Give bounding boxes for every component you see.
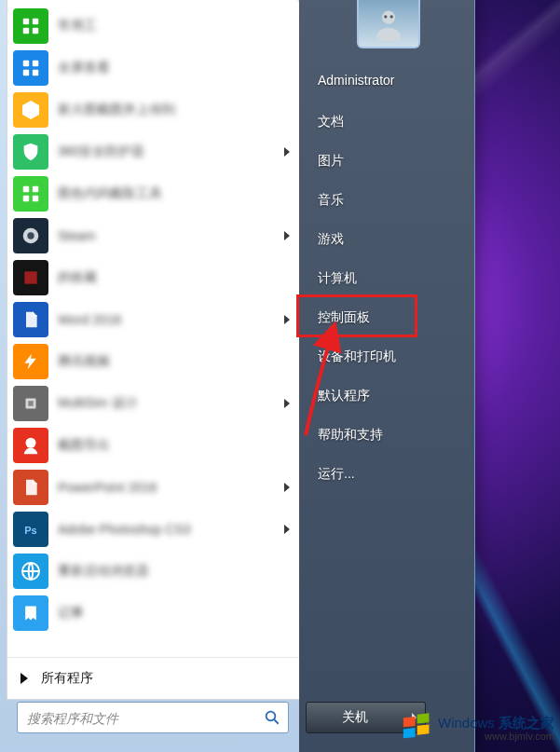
right-pane-item[interactable]: 音乐: [312, 181, 465, 220]
submenu-arrow-icon: [284, 399, 290, 408]
program-icon: [13, 134, 48, 170]
right-pane-item-label: 计算机: [318, 270, 357, 287]
program-label: 图色代码截取工具: [58, 185, 290, 202]
submenu-arrow-icon: [284, 483, 290, 492]
right-pane-item[interactable]: 文档: [312, 103, 465, 142]
right-pane-item[interactable]: 设备和打印机: [312, 337, 465, 376]
program-item[interactable]: PowerPoint 2016: [7, 466, 299, 508]
program-icon: [13, 428, 48, 463]
submenu-arrow-icon: [284, 525, 290, 534]
search-icon[interactable]: [260, 705, 284, 730]
svg-point-24: [382, 11, 395, 24]
program-label: Steam: [58, 228, 284, 243]
shutdown-button[interactable]: 关机: [306, 702, 404, 733]
svg-rect-0: [23, 18, 29, 23]
start-menu-right-pane: Administrator文档图片音乐游戏计算机控制面板设备和打印机默认程序帮助…: [299, 0, 474, 752]
program-item[interactable]: MultiSim 设计: [7, 382, 299, 424]
program-item[interactable]: PsAdobe Photoshop CS3: [7, 508, 299, 550]
svg-rect-7: [33, 69, 38, 75]
program-item[interactable]: 全屏查看: [7, 47, 299, 89]
right-pane-item[interactable]: 计算机: [312, 259, 465, 298]
program-label: Word 2016: [58, 312, 284, 327]
right-pane-item[interactable]: Administrator: [312, 58, 465, 103]
svg-rect-4: [23, 60, 29, 65]
all-programs-label: 所有程序: [41, 670, 93, 687]
program-icon: [13, 50, 48, 86]
program-label: 截图导出: [58, 437, 290, 454]
user-avatar[interactable]: [357, 0, 420, 48]
search-input[interactable]: [25, 703, 254, 734]
svg-rect-17: [28, 401, 34, 406]
program-icon: [13, 470, 48, 505]
right-pane-item[interactable]: 默认程序: [312, 376, 465, 416]
all-programs-button[interactable]: 所有程序: [7, 657, 299, 699]
program-icon: [13, 260, 48, 295]
shutdown-label: 关机: [342, 709, 368, 726]
svg-point-25: [376, 28, 400, 41]
svg-point-22: [266, 712, 276, 721]
svg-rect-12: [33, 195, 38, 200]
program-item[interactable]: 新大图截图并上传到: [7, 89, 299, 130]
program-item[interactable]: 常用工: [7, 5, 299, 47]
program-label: Adobe Photoshop CS3: [58, 522, 284, 537]
program-label: 常用工: [58, 18, 290, 34]
right-pane-item-label: 控制面板: [318, 309, 370, 326]
program-icon: [13, 302, 48, 337]
right-pane-item-label: 帮助和支持: [318, 427, 383, 444]
program-icon: [13, 554, 48, 589]
svg-line-23: [274, 719, 279, 724]
program-label: PowerPoint 2016: [58, 480, 284, 495]
program-item[interactable]: 的收藏: [7, 256, 299, 298]
right-pane-item-label: 设备和打印机: [318, 349, 396, 365]
program-item[interactable]: 截图导出: [7, 424, 299, 466]
search-box[interactable]: [17, 702, 289, 733]
svg-text:Ps: Ps: [24, 524, 36, 535]
shutdown-options-button[interactable]: [403, 702, 426, 733]
submenu-arrow-icon: [284, 231, 290, 240]
program-item[interactable]: 360安全防护器: [7, 130, 299, 172]
arrow-right-icon: [20, 673, 28, 684]
program-item[interactable]: 记事: [7, 592, 299, 634]
program-item[interactable]: 腾讯视频: [7, 340, 299, 382]
program-label: 全屏查看: [58, 60, 290, 76]
program-item[interactable]: 重新启动浏览器: [7, 550, 299, 592]
right-pane-item-label: 默认程序: [318, 388, 370, 404]
svg-rect-11: [23, 195, 29, 200]
right-pane-item[interactable]: 控制面板: [312, 298, 465, 337]
right-pane-item-label: 音乐: [318, 192, 344, 209]
program-item[interactable]: Word 2016: [7, 298, 299, 340]
program-label: 重新启动浏览器: [58, 563, 290, 580]
program-label: 新大图截图并上传到: [58, 102, 290, 118]
right-pane-item-label: 游戏: [318, 231, 344, 248]
svg-rect-1: [33, 18, 38, 23]
right-item-list: Administrator文档图片音乐游戏计算机控制面板设备和打印机默认程序帮助…: [312, 58, 465, 494]
svg-rect-2: [23, 27, 29, 33]
right-pane-item[interactable]: 帮助和支持: [312, 416, 465, 455]
right-pane-item[interactable]: 运行...: [312, 455, 465, 494]
program-item[interactable]: 图色代码截取工具: [7, 172, 299, 214]
svg-point-14: [27, 232, 34, 239]
start-menu-left-pane: 常用工全屏查看新大图截图并上传到360安全防护器图色代码截取工具Steam的收藏…: [7, 0, 300, 700]
program-label: MultiSim 设计: [58, 395, 284, 412]
svg-marker-8: [22, 101, 39, 119]
program-list: 常用工全屏查看新大图截图并上传到360安全防护器图色代码截取工具Steam的收藏…: [7, 5, 299, 652]
svg-point-26: [384, 15, 387, 18]
program-label: 360安全防护器: [58, 144, 284, 160]
program-icon: [13, 386, 48, 421]
right-pane-item[interactable]: 游戏: [312, 220, 465, 259]
program-icon: [13, 344, 48, 379]
program-icon: [13, 595, 48, 631]
program-label: 腾讯视频: [58, 353, 290, 370]
right-pane-item-label: Administrator: [318, 73, 394, 88]
program-icon: [13, 176, 48, 212]
submenu-arrow-icon: [284, 315, 290, 324]
submenu-arrow-icon: [284, 147, 290, 157]
svg-point-27: [390, 15, 393, 18]
program-item[interactable]: Steam: [7, 214, 299, 256]
right-pane-item-label: 运行...: [318, 466, 355, 483]
program-label: 记事: [58, 605, 290, 622]
svg-rect-6: [23, 69, 29, 75]
program-icon: [13, 8, 48, 44]
right-pane-item[interactable]: 图片: [312, 142, 465, 181]
right-pane-item-label: 文档: [318, 114, 344, 130]
